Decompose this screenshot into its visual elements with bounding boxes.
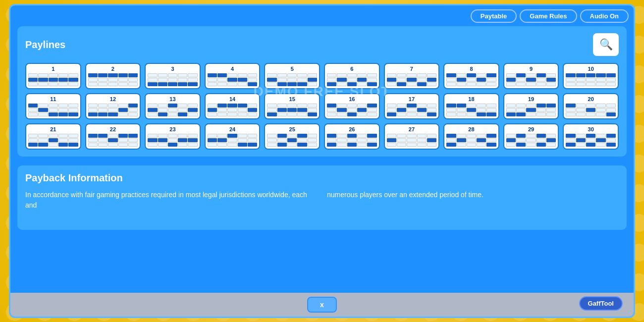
pg-cell xyxy=(68,73,78,77)
payline-pattern xyxy=(208,73,258,86)
pg-cell xyxy=(68,108,78,112)
payline-pattern xyxy=(88,73,138,86)
payline-pattern xyxy=(148,104,198,116)
pg-cell xyxy=(267,73,276,77)
pg-cell xyxy=(347,73,357,77)
payback-section: Payback Information In accordance with f… xyxy=(17,165,627,230)
pg-cell xyxy=(208,112,217,116)
payline-card: 21 xyxy=(25,123,81,150)
pg-cell xyxy=(327,112,336,116)
close-button[interactable]: x xyxy=(307,297,337,313)
pg-cell xyxy=(98,78,107,82)
pg-cell xyxy=(287,134,297,138)
pg-cell xyxy=(537,108,546,112)
game-rules-button[interactable]: Game Rules xyxy=(520,9,577,23)
payline-pattern xyxy=(506,104,556,116)
payline-card: 23 xyxy=(145,123,201,150)
pg-cell xyxy=(586,78,595,82)
pg-cell xyxy=(576,143,586,147)
pg-cell xyxy=(477,82,486,86)
pg-cell xyxy=(546,138,556,142)
pg-cell xyxy=(586,104,595,107)
pg-cell xyxy=(267,78,276,82)
pg-cell xyxy=(178,104,187,107)
pg-cell xyxy=(267,104,276,107)
scroll-area[interactable]: Paylines 🔍 DEMO FREE SLOT 12345678910111… xyxy=(10,26,634,293)
payline-pattern xyxy=(327,104,377,116)
pg-cell xyxy=(367,82,376,86)
audio-button[interactable]: Audio On xyxy=(580,9,629,23)
payline-card: 18 xyxy=(443,93,499,119)
pg-cell xyxy=(516,108,526,112)
pg-cell xyxy=(227,73,237,77)
pg-cell xyxy=(58,82,68,86)
pg-cell xyxy=(427,143,436,147)
payline-pattern xyxy=(28,134,78,147)
pg-cell xyxy=(387,112,396,116)
pg-cell xyxy=(477,108,486,112)
pg-cell xyxy=(267,112,276,116)
payline-pattern xyxy=(387,73,437,86)
pg-cell xyxy=(287,78,297,82)
pg-cell xyxy=(387,73,396,77)
payline-number: 15 xyxy=(289,96,295,102)
pg-cell xyxy=(606,78,616,82)
pg-cell xyxy=(88,82,98,86)
pg-cell xyxy=(108,134,117,138)
payline-pattern xyxy=(446,73,496,86)
pg-cell xyxy=(506,108,516,112)
pg-cell xyxy=(506,143,516,147)
pg-cell xyxy=(248,78,257,82)
pg-cell xyxy=(238,82,247,86)
pg-cell xyxy=(58,78,68,82)
pg-cell xyxy=(277,143,287,147)
pg-cell xyxy=(486,112,496,116)
pg-cell xyxy=(606,112,616,116)
pg-cell xyxy=(477,73,486,77)
pg-cell xyxy=(118,112,128,116)
pg-cell xyxy=(506,82,516,86)
payline-number: 10 xyxy=(588,66,594,72)
pg-cell xyxy=(58,134,68,138)
pg-cell xyxy=(148,138,157,142)
pg-cell xyxy=(467,143,476,147)
paytable-button[interactable]: Paytable xyxy=(471,9,517,23)
bottom-bar: x xyxy=(10,293,634,317)
paylines-header: Paylines 🔍 xyxy=(25,33,619,56)
payline-card: 7 xyxy=(384,63,440,89)
pg-cell xyxy=(308,143,317,147)
pg-cell xyxy=(566,78,575,82)
pg-cell xyxy=(606,73,616,77)
pg-cell xyxy=(367,138,376,142)
payline-card: 16 xyxy=(324,93,380,119)
pg-cell xyxy=(98,134,107,138)
pg-cell xyxy=(108,82,117,86)
pg-cell xyxy=(417,138,427,142)
pg-cell xyxy=(297,143,307,147)
gafftool-button[interactable]: GaffTool xyxy=(579,296,623,311)
pg-cell xyxy=(586,73,595,77)
pg-cell xyxy=(526,73,536,77)
pg-cell xyxy=(506,112,516,116)
pg-cell xyxy=(427,138,436,142)
pg-cell xyxy=(188,134,197,138)
pg-cell xyxy=(188,138,197,142)
pg-cell xyxy=(576,82,586,86)
pg-cell xyxy=(38,82,48,86)
pg-cell xyxy=(188,108,197,112)
pg-cell xyxy=(446,143,456,147)
pg-cell xyxy=(118,143,128,147)
pg-cell xyxy=(188,82,197,86)
pg-cell xyxy=(526,112,536,116)
pg-cell xyxy=(158,138,167,142)
pg-cell xyxy=(327,134,336,138)
pg-cell xyxy=(118,134,128,138)
pg-cell xyxy=(327,143,336,147)
pg-cell xyxy=(28,143,38,147)
search-button[interactable]: 🔍 xyxy=(593,33,619,56)
pg-cell xyxy=(407,78,416,82)
pg-cell xyxy=(148,73,157,77)
pg-cell xyxy=(427,112,436,116)
pg-cell xyxy=(108,78,117,82)
pg-cell xyxy=(158,78,167,82)
